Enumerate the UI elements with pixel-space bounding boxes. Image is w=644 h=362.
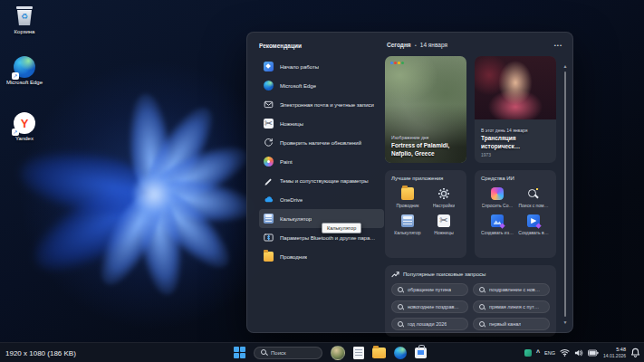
search-chip[interactable]: год лошади 2026	[391, 318, 468, 330]
search-chip[interactable]: новогодние поздрав…	[391, 300, 468, 313]
app-file-explorer[interactable]: Проводник	[391, 187, 424, 208]
app-create-video[interactable]: Создавать в…	[517, 214, 550, 235]
yandex-icon: Y ↗	[14, 112, 35, 134]
notification-bell-icon[interactable]	[630, 348, 640, 357]
desktop-icon-edge[interactable]: ↗ Microsoft Edge	[2, 56, 47, 87]
search-chip[interactable]: обращение путина	[391, 283, 468, 296]
desktop-icon-recycle-bin[interactable]: ♻ Корзина	[2, 5, 47, 36]
folder-icon	[401, 187, 414, 200]
desktop-icon-yandex[interactable]: Y ↗ Yandex	[2, 112, 47, 143]
best-apps-card: Лучшие приложения Проводник	[385, 170, 466, 258]
taskbar-document-app[interactable]	[353, 347, 364, 359]
taskbar-search-box[interactable]: Поиск	[254, 347, 322, 359]
search-chip[interactable]: поздравление с нов…	[473, 283, 550, 296]
battery-icon[interactable]	[588, 349, 599, 357]
refresh-icon	[264, 138, 274, 148]
start-item-check-updates[interactable]: Проверить наличие обновлений	[259, 133, 384, 152]
date-separator: •	[415, 43, 417, 48]
get-started-icon	[264, 62, 274, 71]
wifi-icon[interactable]	[560, 348, 570, 357]
trending-title: Популярные поисковые запросы	[403, 272, 485, 277]
news-card-image-of-day[interactable]: Изображение дня Fortress of Palamidi, Na…	[385, 56, 466, 163]
start-menu-panel: Рекомендации Начало работы Microsoft Edg…	[246, 32, 573, 333]
search-icon	[398, 287, 404, 293]
taskbar-edge-browser[interactable]	[394, 347, 407, 359]
widgets-button[interactable]	[331, 346, 345, 360]
search-chip[interactable]: прямая линия с пут…	[473, 300, 550, 313]
gear-icon	[437, 187, 450, 200]
best-apps-title: Лучшие приложения	[391, 176, 460, 181]
edge-icon	[264, 81, 274, 90]
pen-icon	[264, 176, 274, 186]
mail-icon	[264, 100, 274, 110]
taskbar-microsoft-store[interactable]	[415, 348, 427, 358]
start-item-mail-accounts[interactable]: Электронная почта и учетные записи	[259, 95, 384, 114]
create-image-icon	[491, 214, 504, 227]
recommendations-list: Начало работы Microsoft Edge Электронная…	[259, 57, 384, 266]
scrollbar-thumb[interactable]	[564, 71, 566, 317]
recommendations-title: Рекомендации	[259, 43, 384, 49]
recycle-bin-icon: ♻	[14, 5, 35, 27]
trending-icon	[391, 271, 399, 278]
snipping-tool-icon	[264, 119, 274, 129]
image-size-label: 1920 x 1080 (186 KB)	[5, 348, 76, 357]
calculator-icon	[401, 214, 414, 227]
start-item-get-started[interactable]: Начало работы	[259, 57, 384, 76]
search-icon	[398, 304, 404, 310]
feed-date-label: Сегодня	[387, 42, 411, 48]
desktop-icon-label: Корзина	[14, 29, 35, 36]
start-button[interactable]	[234, 347, 245, 358]
tray-app-icon[interactable]	[524, 349, 532, 357]
start-item-edge[interactable]: Microsoft Edge	[259, 76, 384, 95]
taskbar: 1920 x 1080 (186 KB) Поиск ^ ENG	[0, 342, 644, 362]
shortcut-arrow-icon: ↗	[12, 129, 19, 136]
search-icon	[479, 304, 485, 310]
app-calculator[interactable]: Калькулятор	[391, 214, 424, 235]
search-icon	[479, 321, 485, 328]
hidden-icons-chevron[interactable]: ^	[536, 349, 540, 356]
search-chip[interactable]: первый канал	[473, 318, 550, 330]
start-item-onedrive[interactable]: OneDrive	[259, 190, 384, 209]
create-video-icon	[527, 214, 540, 227]
volume-icon[interactable]	[574, 348, 583, 357]
copilot-icon	[491, 187, 504, 200]
desktop: ♻ Корзина ↗ Microsoft Edge Y ↗ Yandex Ре…	[0, 0, 644, 362]
app-ask-copilot[interactable]: Спросить Co…	[481, 187, 514, 208]
start-item-file-explorer[interactable]: Проводник	[259, 247, 384, 266]
ai-search-icon	[527, 187, 540, 200]
feed-date-value: 14 января	[420, 42, 447, 48]
feed-section: Сегодня • 14 января ••• Изображение дня …	[385, 42, 564, 337]
scroll-up-icon[interactable]: ▲	[562, 63, 569, 69]
calculator-icon	[264, 214, 274, 224]
bluetooth-settings-icon	[264, 233, 274, 243]
taskbar-file-explorer[interactable]	[372, 348, 386, 358]
scroll-down-icon[interactable]: ▼	[562, 319, 569, 325]
app-create-images[interactable]: Создавать из…	[481, 214, 514, 235]
snipping-tool-icon	[437, 214, 450, 227]
calculator-tooltip: Калькулятор	[322, 223, 361, 233]
desktop-icon-label: Microsoft Edge	[6, 80, 43, 87]
app-settings[interactable]: Настройки	[428, 187, 460, 208]
edge-icon: ↗	[14, 56, 35, 78]
search-icon	[261, 349, 267, 356]
google-logo	[390, 62, 404, 64]
elvis-photo	[475, 56, 556, 119]
desktop-icon-label: Yandex	[15, 136, 34, 143]
feed-menu-button[interactable]: •••	[554, 43, 562, 48]
ai-tools-card: Средства ИИ Спросить Co… Поиск с пом…	[475, 170, 556, 258]
start-item-themes[interactable]: Темы и сопутствующие параметры	[259, 171, 384, 190]
app-ai-search[interactable]: Поиск с пом…	[517, 187, 550, 208]
ai-tools-title: Средства ИИ	[481, 176, 550, 181]
paint-icon	[264, 157, 274, 167]
search-icon	[479, 287, 485, 293]
search-icon	[398, 321, 404, 328]
news-card-this-day[interactable]: В этот день 14 января Трансляция историч…	[475, 56, 556, 163]
start-item-snipping-tool[interactable]: Ножницы	[259, 114, 384, 133]
language-indicator[interactable]: ENG	[544, 350, 555, 356]
start-item-paint[interactable]: Paint	[259, 152, 384, 171]
app-snipping-tool[interactable]: Ножницы	[428, 214, 460, 235]
shortcut-arrow-icon: ↗	[12, 72, 19, 80]
trending-searches-card: Популярные поисковые запросы обращение п…	[385, 265, 556, 337]
taskbar-clock[interactable]: 5:48 14.01.2026	[603, 347, 626, 358]
feed-scrollbar[interactable]: ▲ ▼	[562, 63, 569, 325]
